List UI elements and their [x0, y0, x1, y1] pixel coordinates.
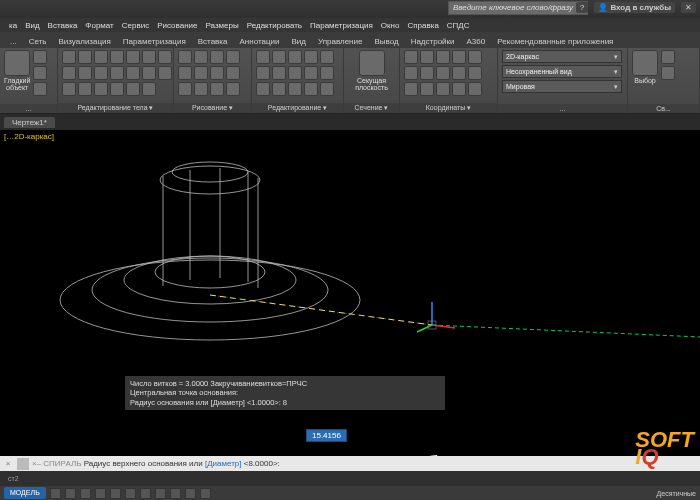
- tool-icon[interactable]: [94, 82, 108, 96]
- helix-icon[interactable]: [226, 66, 240, 80]
- tool-icon[interactable]: [158, 50, 172, 64]
- stretch-icon[interactable]: [288, 50, 302, 64]
- break-icon[interactable]: [320, 82, 334, 96]
- menu-item[interactable]: Вид: [22, 21, 42, 30]
- menu-item[interactable]: Сервис: [119, 21, 152, 30]
- ucs-icon[interactable]: [404, 82, 418, 96]
- ribbon-tab[interactable]: Визуализация: [52, 35, 116, 48]
- otrack-icon[interactable]: [125, 488, 136, 499]
- text-icon[interactable]: [194, 82, 208, 96]
- fillet-icon[interactable]: [272, 66, 286, 80]
- grid-icon[interactable]: [50, 488, 61, 499]
- tool-icon[interactable]: [78, 66, 92, 80]
- ucs-icon[interactable]: [404, 50, 418, 64]
- tool-icon[interactable]: [62, 66, 76, 80]
- qs-icon[interactable]: [185, 488, 196, 499]
- ucs-icon[interactable]: [468, 50, 482, 64]
- tool-icon[interactable]: [33, 82, 47, 96]
- ribbon-tab[interactable]: Вид: [285, 35, 311, 48]
- ribbon-tab[interactable]: Рекомендованные приложения: [491, 35, 619, 48]
- close-icon[interactable]: ×: [2, 459, 14, 468]
- offset-icon[interactable]: [256, 82, 270, 96]
- move-icon[interactable]: [256, 50, 270, 64]
- ortho-icon[interactable]: [80, 488, 91, 499]
- chamfer-icon[interactable]: [288, 66, 302, 80]
- ucs-icon[interactable]: [420, 66, 434, 80]
- model-button[interactable]: МОДЕЛЬ: [4, 487, 46, 499]
- ribbon-tab[interactable]: Управление: [312, 35, 368, 48]
- spline-icon[interactable]: [194, 66, 208, 80]
- status-units[interactable]: Десятичные: [657, 490, 696, 497]
- viewport[interactable]: […2D-каркас] 15.4156 Полярная:: [0, 130, 700, 462]
- section-plane-button[interactable]: Секущая плоскость: [348, 50, 395, 91]
- ribbon-tab[interactable]: Надстройки: [405, 35, 461, 48]
- tool-icon[interactable]: [62, 82, 76, 96]
- menu-item[interactable]: Размеры: [202, 21, 241, 30]
- ribbon-tab[interactable]: Аннотации: [233, 35, 285, 48]
- osnap-icon[interactable]: [110, 488, 121, 499]
- polyline-icon[interactable]: [194, 50, 208, 64]
- tool-icon[interactable]: [33, 66, 47, 80]
- menu-item[interactable]: Формат: [82, 21, 116, 30]
- menu-item[interactable]: Окно: [378, 21, 403, 30]
- line-icon[interactable]: [178, 50, 192, 64]
- exchange-icon[interactable]: ✕: [681, 2, 696, 13]
- ucs-icon[interactable]: [420, 82, 434, 96]
- pt-icon[interactable]: [178, 82, 192, 96]
- layout-tab[interactable]: ст2: [2, 474, 25, 483]
- drawing-canvas[interactable]: [0, 130, 700, 462]
- ribbon-tab[interactable]: Сеть: [23, 35, 53, 48]
- menu-item[interactable]: СПДС: [444, 21, 473, 30]
- tool-icon[interactable]: [126, 82, 140, 96]
- help-icon[interactable]: ?: [576, 2, 588, 13]
- align-icon[interactable]: [304, 82, 318, 96]
- dynamic-input-value[interactable]: 15.4156: [306, 429, 347, 442]
- tool-icon[interactable]: [110, 82, 124, 96]
- ribbon-tab[interactable]: ...: [4, 35, 23, 48]
- ucs-icon[interactable]: [468, 66, 482, 80]
- rotate-icon[interactable]: [304, 50, 318, 64]
- circle-icon[interactable]: [210, 50, 224, 64]
- tool-icon[interactable]: [661, 66, 675, 80]
- search-keyword-input[interactable]: Введите ключевое слово/фразу: [448, 1, 588, 15]
- ribbon-tab[interactable]: Вывод: [368, 35, 404, 48]
- ellipse-icon[interactable]: [210, 66, 224, 80]
- menu-item[interactable]: Параметризация: [307, 21, 376, 30]
- menu-item[interactable]: ка: [6, 21, 20, 30]
- dyn-icon[interactable]: [140, 488, 151, 499]
- menu-item[interactable]: Вставка: [45, 21, 81, 30]
- ann-icon[interactable]: [200, 488, 211, 499]
- hatch-icon[interactable]: [226, 82, 240, 96]
- explode-icon[interactable]: [288, 82, 302, 96]
- ucs-icon[interactable]: [452, 66, 466, 80]
- ribbon-tab[interactable]: Вставка: [192, 35, 234, 48]
- trim-icon[interactable]: [320, 50, 334, 64]
- tool-icon[interactable]: [94, 66, 108, 80]
- tool-icon[interactable]: [142, 82, 156, 96]
- tool-icon[interactable]: [94, 50, 108, 64]
- menu-item[interactable]: Редактировать: [244, 21, 305, 30]
- select-button[interactable]: Выбор: [632, 50, 658, 84]
- tool-icon[interactable]: [110, 66, 124, 80]
- ucs-icon[interactable]: [436, 50, 450, 64]
- ucs-icon[interactable]: [452, 50, 466, 64]
- array-icon[interactable]: [304, 66, 318, 80]
- ucs-icon[interactable]: [436, 82, 450, 96]
- region-icon[interactable]: [210, 82, 224, 96]
- command-icon[interactable]: [17, 458, 29, 470]
- wcs-dropdown[interactable]: Мировая: [502, 80, 622, 93]
- tool-icon[interactable]: [78, 82, 92, 96]
- rect-icon[interactable]: [178, 66, 192, 80]
- scale-icon[interactable]: [320, 66, 334, 80]
- command-line[interactable]: × ×– СПИРАЛЬ Радиус верхнего основания и…: [0, 456, 700, 471]
- copy-icon[interactable]: [272, 50, 286, 64]
- tool-icon[interactable]: [142, 50, 156, 64]
- login-button[interactable]: 👤 Вход в службы: [594, 2, 675, 13]
- tool-icon[interactable]: [126, 66, 140, 80]
- mirror-icon[interactable]: [256, 66, 270, 80]
- ucs-icon[interactable]: [436, 66, 450, 80]
- tool-icon[interactable]: [62, 50, 76, 64]
- snap-icon[interactable]: [65, 488, 76, 499]
- arc-icon[interactable]: [226, 50, 240, 64]
- erase-icon[interactable]: [272, 82, 286, 96]
